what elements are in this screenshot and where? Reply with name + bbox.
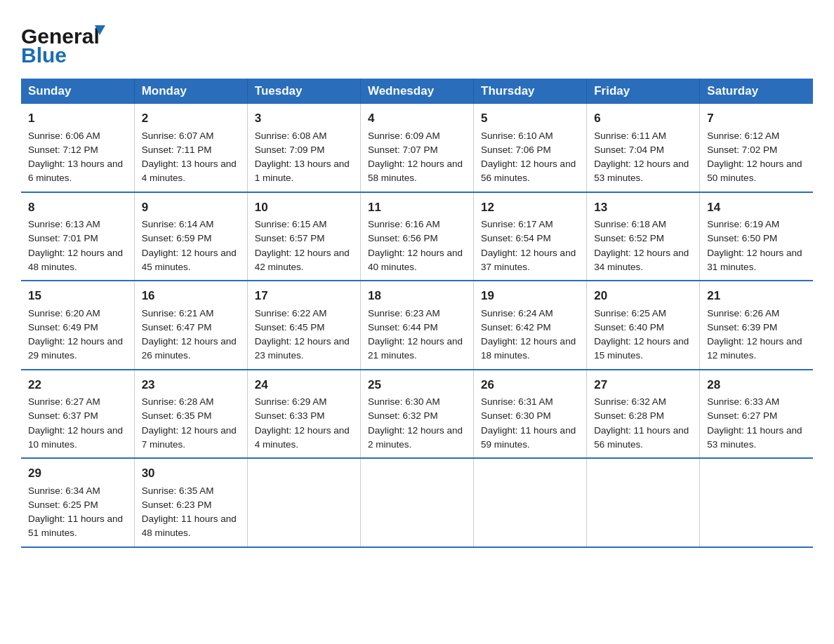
calendar-week-2: 8Sunrise: 6:13 AMSunset: 7:01 PMDaylight… xyxy=(21,192,813,281)
day-number: 24 xyxy=(255,376,353,394)
header-sunday: Sunday xyxy=(21,79,134,104)
day-number: 13 xyxy=(594,199,692,217)
calendar-week-3: 15Sunrise: 6:20 AMSunset: 6:49 PMDayligh… xyxy=(21,281,813,370)
day-number: 2 xyxy=(142,109,240,128)
calendar-cell xyxy=(700,458,813,547)
calendar-cell: 7Sunrise: 6:12 AMSunset: 7:02 PMDaylight… xyxy=(700,104,813,192)
calendar-cell: 25Sunrise: 6:30 AMSunset: 6:32 PMDayligh… xyxy=(360,370,473,459)
day-number: 10 xyxy=(255,199,353,217)
sunrise-label: Sunrise: 6:35 AM xyxy=(142,485,214,496)
calendar-cell: 19Sunrise: 6:24 AMSunset: 6:42 PMDayligh… xyxy=(474,281,587,370)
calendar-cell: 24Sunrise: 6:29 AMSunset: 6:33 PMDayligh… xyxy=(247,370,360,459)
sunset-label: Sunset: 6:30 PM xyxy=(481,410,551,421)
daylight-label: Daylight: 12 hours and 58 minutes. xyxy=(368,159,463,183)
header-saturday: Saturday xyxy=(700,79,813,104)
day-number: 30 xyxy=(142,464,240,483)
header-wednesday: Wednesday xyxy=(360,79,473,104)
sunset-label: Sunset: 6:25 PM xyxy=(28,499,98,510)
sunset-label: Sunset: 7:12 PM xyxy=(28,145,98,155)
day-number: 14 xyxy=(707,199,806,217)
sunrise-label: Sunrise: 6:08 AM xyxy=(255,130,327,141)
day-number: 1 xyxy=(28,109,127,128)
daylight-label: Daylight: 12 hours and 23 minutes. xyxy=(255,336,350,361)
sunset-label: Sunset: 7:01 PM xyxy=(28,233,98,243)
daylight-label: Daylight: 11 hours and 56 minutes. xyxy=(594,425,689,450)
daylight-label: Daylight: 12 hours and 4 minutes. xyxy=(255,425,350,450)
sunrise-label: Sunrise: 6:06 AM xyxy=(28,130,100,141)
day-number: 7 xyxy=(707,109,806,128)
daylight-label: Daylight: 12 hours and 7 minutes. xyxy=(142,425,237,450)
calendar-cell xyxy=(247,458,360,547)
calendar-cell: 2Sunrise: 6:07 AMSunset: 7:11 PMDaylight… xyxy=(134,104,247,192)
sunset-label: Sunset: 6:28 PM xyxy=(594,410,664,421)
calendar-cell: 16Sunrise: 6:21 AMSunset: 6:47 PMDayligh… xyxy=(134,281,247,370)
sunrise-label: Sunrise: 6:28 AM xyxy=(142,396,214,407)
sunset-label: Sunset: 7:07 PM xyxy=(368,145,438,155)
daylight-label: Daylight: 12 hours and 42 minutes. xyxy=(255,248,350,272)
daylight-label: Daylight: 12 hours and 53 minutes. xyxy=(594,159,689,183)
sunrise-label: Sunrise: 6:17 AM xyxy=(481,219,553,229)
daylight-label: Daylight: 12 hours and 15 minutes. xyxy=(594,336,689,361)
calendar-cell: 20Sunrise: 6:25 AMSunset: 6:40 PMDayligh… xyxy=(587,281,700,370)
day-number: 19 xyxy=(481,287,579,305)
calendar-week-4: 22Sunrise: 6:27 AMSunset: 6:37 PMDayligh… xyxy=(21,370,813,459)
sunrise-label: Sunrise: 6:33 AM xyxy=(707,396,779,407)
sunset-label: Sunset: 7:06 PM xyxy=(481,145,551,155)
sunrise-label: Sunrise: 6:15 AM xyxy=(255,219,327,229)
day-number: 25 xyxy=(368,376,466,394)
sunset-label: Sunset: 6:59 PM xyxy=(142,233,212,243)
calendar-cell: 13Sunrise: 6:18 AMSunset: 6:52 PMDayligh… xyxy=(587,192,700,281)
sunrise-label: Sunrise: 6:14 AM xyxy=(142,219,214,229)
calendar-cell: 11Sunrise: 6:16 AMSunset: 6:56 PMDayligh… xyxy=(360,192,473,281)
calendar-table: SundayMondayTuesdayWednesdayThursdayFrid… xyxy=(21,79,813,548)
sunset-label: Sunset: 6:49 PM xyxy=(28,322,98,333)
sunrise-label: Sunrise: 6:27 AM xyxy=(28,396,100,407)
calendar-cell: 21Sunrise: 6:26 AMSunset: 6:39 PMDayligh… xyxy=(700,281,813,370)
day-number: 28 xyxy=(707,376,806,394)
sunrise-label: Sunrise: 6:20 AM xyxy=(28,308,100,318)
daylight-label: Daylight: 13 hours and 6 minutes. xyxy=(28,159,123,183)
day-number: 9 xyxy=(142,199,240,217)
sunrise-label: Sunrise: 6:21 AM xyxy=(142,308,214,318)
sunrise-label: Sunrise: 6:32 AM xyxy=(594,396,666,407)
daylight-label: Daylight: 13 hours and 4 minutes. xyxy=(142,159,237,183)
calendar-cell: 23Sunrise: 6:28 AMSunset: 6:35 PMDayligh… xyxy=(134,370,247,459)
daylight-label: Daylight: 11 hours and 51 minutes. xyxy=(28,514,123,538)
sunset-label: Sunset: 7:02 PM xyxy=(707,145,777,155)
daylight-label: Daylight: 12 hours and 12 minutes. xyxy=(707,336,802,361)
day-number: 12 xyxy=(481,199,579,217)
daylight-label: Daylight: 12 hours and 45 minutes. xyxy=(142,248,237,272)
sunset-label: Sunset: 6:44 PM xyxy=(368,322,438,333)
calendar-cell xyxy=(360,458,473,547)
sunset-label: Sunset: 6:32 PM xyxy=(368,410,438,421)
daylight-label: Daylight: 11 hours and 48 minutes. xyxy=(142,514,237,538)
header-friday: Friday xyxy=(587,79,700,104)
daylight-label: Daylight: 12 hours and 56 minutes. xyxy=(481,159,576,183)
sunset-label: Sunset: 7:11 PM xyxy=(142,145,212,155)
daylight-label: Daylight: 12 hours and 10 minutes. xyxy=(28,425,123,450)
sunset-label: Sunset: 6:57 PM xyxy=(255,233,325,243)
day-number: 20 xyxy=(594,287,692,305)
daylight-label: Daylight: 12 hours and 26 minutes. xyxy=(142,336,237,361)
sunrise-label: Sunrise: 6:25 AM xyxy=(594,308,666,318)
sunrise-label: Sunrise: 6:30 AM xyxy=(368,396,440,407)
sunset-label: Sunset: 6:54 PM xyxy=(481,233,551,243)
calendar-week-5: 29Sunrise: 6:34 AMSunset: 6:25 PMDayligh… xyxy=(21,458,813,547)
day-number: 5 xyxy=(481,109,579,128)
sunset-label: Sunset: 7:09 PM xyxy=(255,145,325,155)
sunrise-label: Sunrise: 6:31 AM xyxy=(481,396,553,407)
day-number: 16 xyxy=(142,287,240,305)
daylight-label: Daylight: 12 hours and 37 minutes. xyxy=(481,248,576,272)
sunrise-label: Sunrise: 6:11 AM xyxy=(594,130,666,141)
sunrise-label: Sunrise: 6:26 AM xyxy=(707,308,779,318)
day-number: 27 xyxy=(594,376,692,394)
calendar-cell: 10Sunrise: 6:15 AMSunset: 6:57 PMDayligh… xyxy=(247,192,360,281)
calendar-cell: 6Sunrise: 6:11 AMSunset: 7:04 PMDaylight… xyxy=(587,104,700,192)
day-number: 26 xyxy=(481,376,579,394)
sunrise-label: Sunrise: 6:29 AM xyxy=(255,396,327,407)
calendar-cell: 5Sunrise: 6:10 AMSunset: 7:06 PMDaylight… xyxy=(474,104,587,192)
header-monday: Monday xyxy=(134,79,247,104)
sunset-label: Sunset: 6:56 PM xyxy=(368,233,438,243)
sunrise-label: Sunrise: 6:34 AM xyxy=(28,485,100,496)
daylight-label: Daylight: 12 hours and 2 minutes. xyxy=(368,425,463,450)
